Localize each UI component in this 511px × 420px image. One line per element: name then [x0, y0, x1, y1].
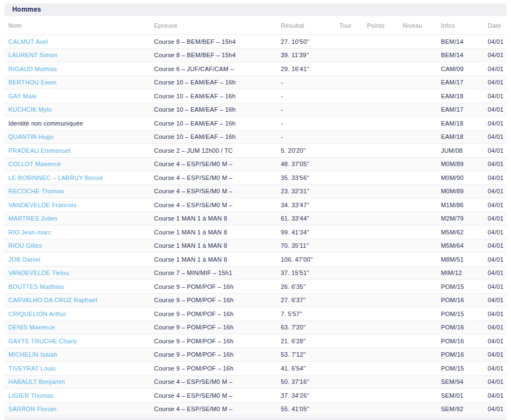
- table-row: HABAULT BenjaminCourse 4 – ESP/SE/M0 M –…: [4, 376, 507, 389]
- cell-infos: POM/15: [437, 311, 484, 317]
- cell-date: 04/01: [484, 351, 507, 358]
- athlete-link[interactable]: COLLOT Maxence: [4, 161, 150, 167]
- next-section-bar[interactable]: [4, 417, 507, 420]
- cell-resultat: 53. 7'12'': [277, 351, 335, 358]
- athlete-link[interactable]: GAY Male: [4, 93, 150, 99]
- cell-resultat: -: [277, 79, 335, 86]
- table-row: LAURENT SimonCourse 8 – BEM/BEF – 15h439…: [4, 49, 507, 63]
- cell-date: 04/01: [484, 256, 507, 263]
- cell-date: 04/01: [484, 93, 507, 99]
- cell-epreuve: Course 8 – BEM/BEF – 15h4: [150, 52, 277, 58]
- cell-infos: M2M/79: [437, 215, 484, 222]
- athlete-link[interactable]: VANDEVELDE Tielou: [4, 269, 150, 276]
- cell-resultat: 29. 16'41'': [277, 66, 335, 72]
- athlete-link[interactable]: RIO Jean-marc: [4, 229, 150, 236]
- athlete-link[interactable]: DENIS Maxence: [4, 324, 150, 331]
- athlete-link[interactable]: VANDEVELDE Francois: [4, 202, 150, 208]
- athlete-link[interactable]: MICHELIN Isaiah: [4, 351, 150, 358]
- cell-date: 04/01: [484, 311, 507, 317]
- cell-resultat: 23. 32'31'': [277, 188, 335, 194]
- athlete-link[interactable]: LIGIER Thomas: [4, 392, 150, 399]
- table-row: PRADEAU EmmanuelCourse 2 – JUM 12h00 / T…: [4, 144, 507, 158]
- athlete-link[interactable]: JOB Daniel: [4, 256, 150, 263]
- cell-infos: BEM/14: [437, 38, 484, 45]
- cell-date: 04/01: [484, 52, 507, 58]
- table-row: CALMUT AxelCourse 8 – BEM/BEF – 15h427. …: [4, 35, 507, 49]
- cell-epreuve: Course 10 – EAM/EAF – 16h: [150, 79, 277, 86]
- athlete-link[interactable]: QUANTIN Hugo: [4, 133, 150, 140]
- cell-date: 04/01: [484, 269, 507, 276]
- table-row: QUANTIN HugoCourse 10 – EAM/EAF – 16h-EA…: [4, 131, 507, 144]
- table-row: KUCHCIK MyloCourse 10 – EAM/EAF – 16h-EA…: [4, 103, 507, 117]
- cell-infos: M0M/89: [437, 188, 484, 194]
- table-row: RIOU GillesCourse 1 MAN 1 à MAN 870. 35'…: [4, 239, 507, 253]
- cell-epreuve: Course 10 – EAM/EAF – 16h: [150, 120, 277, 127]
- cell-infos: POM/15: [437, 283, 484, 290]
- cell-epreuve: Course 10 – EAM/EAF – 16h: [150, 106, 277, 113]
- athlete-link[interactable]: KUCHCIK Mylo: [4, 106, 150, 113]
- cell-resultat: 37. 34'26'': [277, 392, 335, 399]
- athlete-link[interactable]: PRADEAU Emmanuel: [4, 147, 150, 154]
- table-row: MARTRES JulienCourse 1 MAN 1 à MAN 861. …: [4, 212, 507, 226]
- table-row: BERTHOU EwenCourse 10 – EAM/EAF – 16h-EA…: [4, 76, 507, 90]
- table-row: CARVALHO DA CRUZ RaphaelCourse 9 – POM/P…: [4, 294, 507, 308]
- cell-epreuve: Course 1 MAN 1 à MAN 8: [150, 229, 277, 236]
- athlete-link[interactable]: TIVEYRAT Louis: [4, 365, 150, 372]
- cell-resultat: 5. 20'20'': [277, 147, 335, 154]
- cell-epreuve: Course 1 MAN 1 à MAN 8: [150, 215, 277, 222]
- athlete-link[interactable]: SARRON Florian: [4, 406, 150, 412]
- cell-date: 04/01: [484, 229, 507, 236]
- cell-infos: M8M/51: [437, 256, 484, 263]
- cell-resultat: -: [277, 106, 335, 113]
- cell-epreuve: Course 7 – MIN/MIF – 15h1: [150, 269, 277, 276]
- cell-date: 04/01: [484, 378, 507, 385]
- athlete-link[interactable]: CALMUT Axel: [4, 38, 150, 45]
- table-row: VANDEVELDE TielouCourse 7 – MIN/MIF – 15…: [4, 267, 507, 281]
- athlete-link[interactable]: HABAULT Benjamin: [4, 378, 150, 385]
- table-row: RIO Jean-marcCourse 1 MAN 1 à MAN 899. 4…: [4, 226, 507, 239]
- table-row: BOUTTES MatthieuCourse 9 – POM/POF – 16h…: [4, 280, 507, 294]
- cell-date: 04/01: [484, 106, 507, 113]
- table-row: SARRON FlorianCourse 4 – ESP/SE/M0 M –55…: [4, 403, 507, 417]
- cell-resultat: 55. 41'05'': [277, 406, 335, 412]
- athlete-link[interactable]: BERTHOU Ewen: [4, 79, 150, 86]
- table-row: COLLOT MaxenceCourse 4 – ESP/SE/M0 M –48…: [4, 158, 507, 172]
- cell-infos: JUM/08: [437, 147, 484, 154]
- cell-resultat: 39. 11'39'': [277, 52, 335, 58]
- cell-date: 04/01: [484, 147, 507, 154]
- athlete-link[interactable]: CRIQUELION Arthur: [4, 311, 150, 317]
- cell-infos: SEM/01: [437, 392, 484, 399]
- athlete-link[interactable]: GAYTE TRUCHE Charly: [4, 338, 150, 344]
- column-header-tour: Tour: [335, 22, 363, 29]
- table-row: DENIS MaxenceCourse 9 – POM/POF – 16h63.…: [4, 321, 507, 335]
- athlete-link[interactable]: RIGAUD Mathias: [4, 66, 150, 72]
- cell-date: 04/01: [484, 66, 507, 72]
- athlete-link[interactable]: RECOCHE Thomas: [4, 188, 150, 194]
- table-row: Identité non communiquéeCourse 10 – EAM/…: [4, 117, 507, 131]
- table-row: JOB DanielCourse 1 MAN 1 à MAN 8106. 47'…: [4, 253, 507, 267]
- column-header-niveau: Niveau: [399, 22, 437, 29]
- athlete-link[interactable]: MARTRES Julien: [4, 215, 150, 222]
- athlete-link[interactable]: RIOU Gilles: [4, 242, 150, 249]
- cell-resultat: 106. 47'00'': [277, 256, 335, 263]
- table-row: GAY MaleCourse 10 – EAM/EAF – 16h-EAM/18…: [4, 89, 507, 103]
- athlete-link[interactable]: BOUTTES Matthieu: [4, 283, 150, 290]
- table-row: GAYTE TRUCHE CharlyCourse 9 – POM/POF – …: [4, 334, 507, 348]
- column-header-points: Points: [363, 22, 399, 29]
- cell-infos: M0M/90: [437, 174, 484, 181]
- cell-infos: M5M/64: [437, 242, 484, 249]
- cell-epreuve: Course 2 – JUM 12h00 / TC: [150, 147, 277, 154]
- athlete-link[interactable]: CARVALHO DA CRUZ Raphael: [4, 297, 150, 303]
- cell-resultat: 41. 6'54'': [277, 365, 335, 372]
- cell-epreuve: Course 6 – JUF/CAF/CAM –: [150, 66, 277, 72]
- section-header[interactable]: Hommes: [4, 3, 507, 16]
- cell-date: 04/01: [484, 133, 507, 140]
- cell-nom: Identité non communiquée: [4, 120, 150, 127]
- athlete-link[interactable]: LAURENT Simon: [4, 52, 150, 58]
- cell-date: 04/01: [484, 202, 507, 208]
- cell-date: 04/01: [484, 297, 507, 303]
- cell-infos: EAM/18: [437, 133, 484, 140]
- athlete-link[interactable]: LE BOBINNEC – LABRUY Benoit: [4, 174, 150, 181]
- cell-resultat: 37. 15'51'': [277, 269, 335, 276]
- cell-epreuve: Course 4 – ESP/SE/M0 M –: [150, 392, 277, 399]
